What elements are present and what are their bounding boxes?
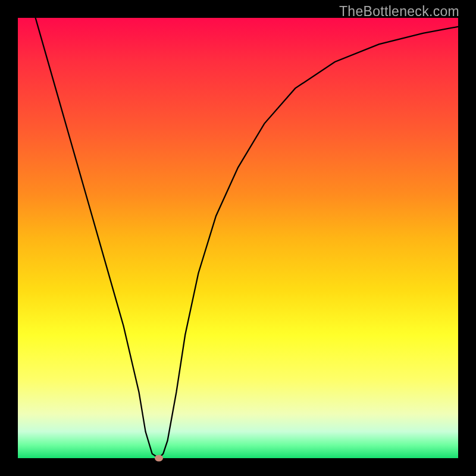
watermark-text: TheBottleneck.com <box>339 4 459 20</box>
chart-container: TheBottleneck.com <box>0 0 476 476</box>
optimal-point-marker <box>155 455 163 462</box>
bottleneck-curve <box>36 18 458 458</box>
chart-plot-area <box>18 18 458 458</box>
chart-svg <box>18 18 458 458</box>
